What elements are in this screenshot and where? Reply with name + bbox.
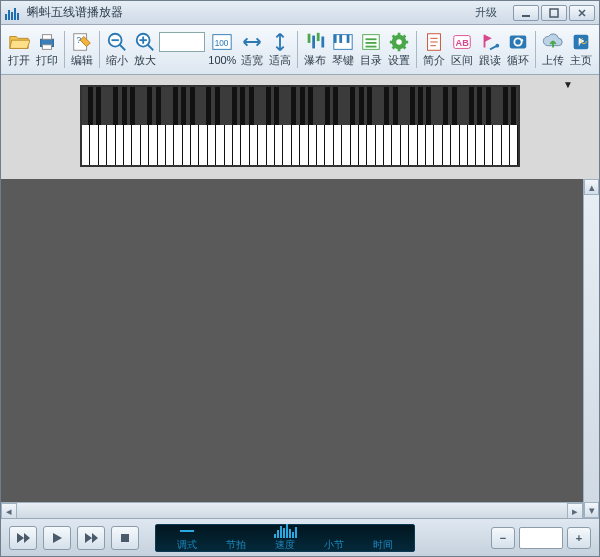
fit-width-icon [241, 30, 263, 54]
svg-point-29 [397, 39, 403, 45]
volume-down-button[interactable]: − [491, 527, 515, 549]
zoom-input[interactable] [159, 32, 205, 52]
gear-icon [388, 30, 410, 54]
document-icon [423, 30, 445, 54]
next-button[interactable] [77, 526, 105, 550]
window-title: 蝌蚪五线谱播放器 [27, 4, 123, 21]
volume-field[interactable] [519, 527, 563, 549]
list-icon [360, 30, 382, 54]
loop-icon [507, 30, 529, 54]
follow-button[interactable]: 跟读 [476, 27, 504, 72]
scroll-left-button[interactable]: ◂ [1, 503, 17, 518]
svg-rect-21 [334, 35, 337, 43]
app-icon [5, 6, 21, 20]
svg-line-8 [119, 45, 125, 51]
minimize-button[interactable] [513, 5, 539, 21]
svg-rect-4 [42, 45, 51, 50]
title-bar: 蝌蚪五线谱播放器 升级 [1, 1, 599, 25]
follow-icon [479, 30, 501, 54]
catalog-button[interactable]: 目录 [357, 27, 385, 72]
svg-rect-16 [308, 34, 311, 43]
display-mode: 调式 [162, 530, 211, 550]
status-display: 调式 节拍 速度 小节 时间 [155, 524, 415, 552]
svg-text:?: ? [76, 36, 81, 45]
collapse-arrow-icon[interactable]: ▼ [563, 79, 573, 90]
svg-rect-22 [340, 35, 343, 43]
vertical-scrollbar[interactable]: ▴ ▾ [583, 179, 599, 518]
svg-point-36 [496, 44, 500, 48]
pencil-icon: ? [71, 30, 93, 54]
content-area: ▼ ▴ ▾ ◂ ▸ [1, 75, 599, 518]
scroll-right-button[interactable]: ▸ [567, 503, 583, 518]
zoom-100-button[interactable]: 100 100% [206, 27, 238, 72]
waterfall-button[interactable]: 瀑布 [301, 27, 329, 72]
maximize-button[interactable] [541, 5, 567, 21]
svg-rect-39 [121, 534, 129, 542]
intro-button[interactable]: 简介 [420, 27, 448, 72]
scroll-up-button[interactable]: ▴ [584, 179, 599, 195]
display-measure: 小节 [310, 524, 359, 550]
svg-rect-19 [322, 37, 325, 48]
scroll-down-button[interactable]: ▾ [584, 502, 599, 518]
display-time: 时间 [359, 524, 408, 550]
print-button[interactable]: 打印 [33, 27, 61, 72]
svg-rect-18 [317, 33, 320, 41]
home-icon [570, 30, 592, 54]
app-window: 蝌蚪五线谱播放器 升级 打开 打印 ? 编辑 缩小 放大 [0, 0, 600, 557]
loop-button[interactable]: 循环 [504, 27, 532, 72]
volume-up-button[interactable]: + [567, 527, 591, 549]
piano-keyboard[interactable] [80, 85, 520, 167]
svg-text:AB: AB [456, 38, 470, 48]
folder-open-icon [8, 30, 30, 54]
display-tempo: 速度 [260, 524, 309, 550]
fit-width-button[interactable]: 适宽 [238, 27, 266, 72]
document-viewport: ▴ ▾ ◂ ▸ [1, 179, 599, 518]
fit-height-icon [269, 30, 291, 54]
svg-rect-1 [550, 9, 558, 17]
zoom-out-icon [106, 30, 128, 54]
transport-bar: 调式 节拍 速度 小节 时间 − + [1, 518, 599, 556]
zoom-in-button[interactable]: 放大 [131, 27, 159, 72]
range-ab-icon: AB [451, 30, 473, 54]
printer-icon [36, 30, 58, 54]
percent-100-icon: 100 [211, 30, 233, 54]
home-button[interactable]: 主页 [567, 27, 595, 72]
cloud-upload-icon [542, 30, 564, 54]
close-button[interactable] [569, 5, 595, 21]
stop-button[interactable] [111, 526, 139, 550]
main-toolbar: 打开 打印 ? 编辑 缩小 放大 . 100 100% 适宽 [1, 25, 599, 75]
waterfall-icon [304, 30, 326, 54]
range-button[interactable]: AB 区间 [448, 27, 476, 72]
score-panel: ▼ [1, 75, 599, 179]
svg-rect-17 [313, 36, 316, 49]
edit-button[interactable]: ? 编辑 [68, 27, 96, 72]
upgrade-link[interactable]: 升级 [469, 4, 503, 21]
svg-rect-3 [42, 35, 51, 40]
volume-group: − + [491, 527, 591, 549]
prev-button[interactable] [9, 526, 37, 550]
display-beat: 节拍 [211, 524, 260, 550]
zoom-in-icon [134, 30, 156, 54]
settings-button[interactable]: 设置 [385, 27, 413, 72]
play-button[interactable] [43, 526, 71, 550]
horizontal-scrollbar[interactable]: ◂ ▸ [1, 502, 583, 518]
svg-rect-23 [347, 35, 350, 43]
open-button[interactable]: 打开 [5, 27, 33, 72]
svg-rect-0 [522, 15, 530, 17]
fit-height-button[interactable]: 适高 [266, 27, 294, 72]
svg-line-11 [147, 45, 153, 51]
piano-keys-icon [332, 30, 354, 54]
keyboard-button[interactable]: 琴键 [329, 27, 357, 72]
upload-button[interactable]: 上传 [539, 27, 567, 72]
svg-text:100: 100 [215, 39, 229, 48]
zoom-out-button[interactable]: 缩小 [103, 27, 131, 72]
zoom-combo[interactable]: . [159, 27, 207, 72]
